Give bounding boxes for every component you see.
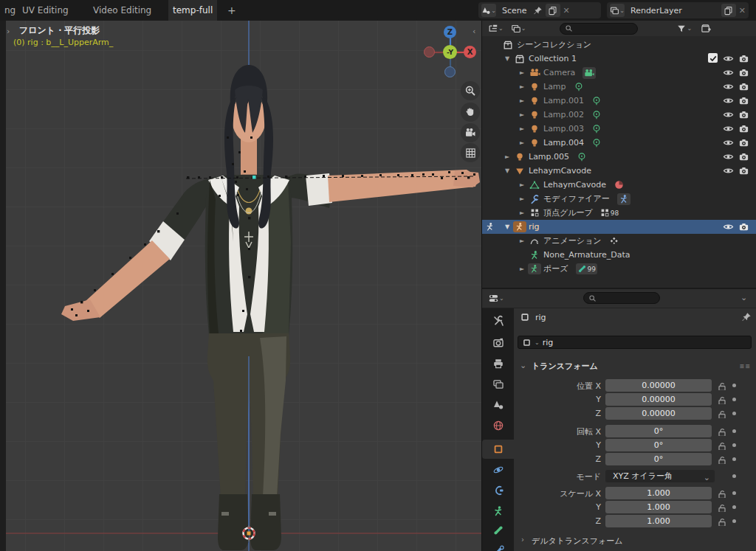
rotation-x-input[interactable]: 0° [605,425,712,437]
selected-bone-point[interactable] [252,176,256,179]
tab-render[interactable] [482,333,514,353]
scene-name[interactable]: Scene [499,6,530,15]
lock-icon[interactable] [716,409,726,418]
disclosure-collapsed-icon[interactable]: ► [516,111,528,118]
animate-dot[interactable] [732,505,736,509]
object-name-field[interactable]: ⌄ rig [518,336,752,349]
disable-render-icon[interactable] [738,123,749,134]
scale-z-input[interactable]: 1.000 [605,515,712,527]
outliner-row-rig[interactable]: ▼ rig [482,220,756,234]
gizmo-axis-z[interactable]: Z [444,26,456,38]
disclosure-expanded-icon[interactable]: ▼ [501,55,513,62]
tab-bone-constraints[interactable] [482,541,514,551]
scene-unlink-button[interactable]: ✕ [563,6,570,15]
workspace-tab-video-editing[interactable]: Video Editing [89,0,156,21]
disclosure-expanded-icon[interactable]: ▼ [501,167,513,174]
lock-icon[interactable] [716,516,726,526]
animate-dot[interactable] [732,474,736,478]
tab-object-data[interactable] [482,502,514,521]
outliner-search-input[interactable] [560,23,638,35]
lock-icon[interactable] [716,381,726,390]
add-workspace-button[interactable]: + [223,0,241,21]
gizmo-axis-neg-y[interactable]: -Y [443,45,457,59]
disable-render-icon[interactable] [738,137,749,148]
tab-output[interactable] [482,354,514,373]
hide-eye-icon[interactable] [723,109,734,120]
disclosure-collapsed-icon[interactable]: ► [516,69,528,76]
render-layer-name[interactable]: RenderLayer [628,6,718,15]
disclosure-collapsed-icon[interactable]: ► [501,153,513,160]
lock-icon[interactable] [716,488,726,498]
pin-icon[interactable] [741,312,752,322]
properties-options-button[interactable]: ⌄ [740,293,747,302]
disclosure-collapsed-icon[interactable]: ► [516,266,528,272]
outliner-row-lamp-004[interactable]: ► Lamp.004 [482,136,756,150]
tab-physics[interactable] [482,460,514,479]
toolbar-expand-icon[interactable]: › [7,27,10,36]
tab-constraints[interactable] [482,481,514,500]
scale-y-input[interactable]: 1.000 [605,501,712,513]
rotation-mode-dropdown[interactable]: XYZ オイラー角⌄ [605,470,715,482]
outliner-row-scene-collection[interactable]: シーンコレクション [482,38,756,52]
outliner-row-armature-data[interactable]: None_Armature_Data [482,248,756,262]
rotation-y-input[interactable]: 0° [605,439,712,451]
tab-bone[interactable] [482,521,514,540]
lock-icon[interactable] [716,440,726,450]
animate-dot[interactable] [732,491,736,495]
hide-eye-icon[interactable] [723,151,734,162]
transform-panel-header[interactable]: ⌄ トランスフォーム ≡≡ [514,359,756,372]
disable-render-icon[interactable] [738,151,749,162]
outliner-row-animation[interactable]: ► アニメーション [482,234,756,248]
animate-dot[interactable] [732,519,736,523]
outliner-row-lamp-002[interactable]: ► Lamp.002 [482,108,756,122]
tab-tool[interactable] [482,311,514,330]
animate-dot[interactable] [732,429,736,433]
animate-dot[interactable] [732,398,736,401]
perspective-toggle-button[interactable] [461,143,480,162]
zoom-button[interactable] [461,81,480,100]
disclosure-collapsed-icon[interactable]: ► [516,125,528,132]
outliner-row-modifiers[interactable]: ► モディファイアー [482,192,756,206]
animate-dot[interactable] [732,384,736,387]
filter-button[interactable]: ⌄ [676,24,692,34]
tab-scene[interactable] [482,395,514,415]
gizmo-axis-neg-x[interactable] [424,46,435,58]
disable-render-icon[interactable] [738,165,749,176]
disable-render-icon[interactable] [738,81,749,92]
lock-icon[interactable] [716,502,726,512]
rotation-z-input[interactable]: 0° [605,453,712,465]
delta-transform-panel-header[interactable]: › デルタトランスフォーム [514,534,756,547]
workspace-tab-temp-full[interactable]: temp-full [168,0,217,21]
breadcrumb-object-name[interactable]: rig [535,313,546,322]
scene-new-button[interactable] [546,4,560,17]
properties-search-input[interactable] [583,292,660,304]
disclosure-collapsed-icon[interactable]: ► [516,181,528,188]
camera-view-button[interactable] [461,123,480,142]
disclosure-collapsed-icon[interactable]: ► [516,209,528,216]
disclosure-collapsed-icon[interactable]: ► [516,195,528,202]
lock-icon[interactable] [716,426,726,436]
panel-grip-icon[interactable]: ≡≡ [740,363,751,370]
outliner-row-lamp[interactable]: ► Lamp [482,80,756,94]
display-mode-button[interactable]: ⌄ [488,24,504,34]
outliner-row-vertex-groups[interactable]: ► 頂点グループ 98 [482,206,756,220]
render-layer-remove-button[interactable]: ✕ [739,6,746,15]
lock-icon[interactable] [716,454,726,464]
render-layer-browse-button[interactable]: ⌄ [610,4,625,17]
lock-icon[interactable] [716,395,726,404]
outliner-row-lamp-003[interactable]: ► Lamp.003 [482,122,756,136]
gizmo-axis-neg-z[interactable] [444,66,456,77]
hide-eye-icon[interactable] [723,53,734,64]
hide-eye-icon[interactable] [723,165,734,176]
location-x-input[interactable]: 0.00000 [605,379,712,392]
disable-render-icon[interactable] [738,53,749,64]
disclosure-collapsed-icon[interactable]: ► [516,83,528,90]
pin-icon[interactable] [533,6,543,15]
hide-eye-icon[interactable] [723,137,734,148]
disclosure-collapsed-icon[interactable]: ► [516,238,528,244]
render-layer-new-button[interactable] [721,4,736,17]
tab-view-layer[interactable] [482,375,514,394]
disclosure-expanded-icon[interactable]: ▼ [501,223,513,230]
outliner-row-pose[interactable]: ► ポーズ 99 [482,262,756,276]
tab-object[interactable] [482,440,514,459]
